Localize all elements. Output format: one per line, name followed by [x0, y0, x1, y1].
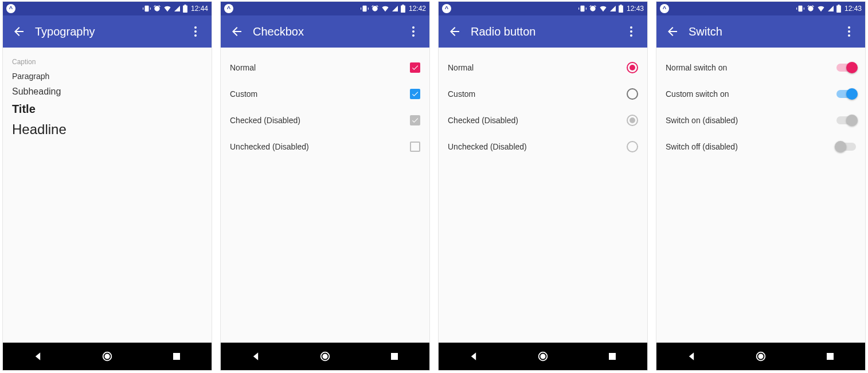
alarm-icon — [589, 5, 597, 13]
checkbox[interactable] — [410, 62, 420, 73]
app-bar-title: Typography — [35, 25, 184, 38]
app-bar-title: Checkbox — [253, 25, 402, 38]
list-item-label: Checked (Disabled) — [448, 116, 518, 125]
system-nav-bar — [3, 343, 212, 370]
list-item-label: Switch on (disabled) — [666, 116, 738, 125]
switch[interactable] — [836, 90, 856, 98]
status-time: 12:42 — [409, 5, 426, 13]
svg-point-13 — [630, 30, 632, 33]
app-logo-icon: ^ — [442, 4, 451, 13]
square-recents-icon — [171, 351, 182, 362]
triangle-back-icon — [250, 351, 261, 362]
app-bar: Switch — [656, 15, 865, 48]
list-item-label: Custom switch on — [666, 89, 729, 99]
typography-paragraph: Paragraph — [12, 72, 202, 81]
check-icon — [411, 64, 419, 72]
svg-rect-5 — [173, 353, 180, 360]
content-area: Normal switch onCustom switch onSwitch o… — [656, 48, 865, 343]
wifi-icon — [163, 5, 171, 13]
switch-thumb — [846, 88, 858, 100]
list-item[interactable]: Normal switch on — [666, 54, 856, 81]
arrow-back-icon — [448, 25, 462, 38]
list-item[interactable]: Custom switch on — [666, 81, 856, 107]
overflow-menu-button[interactable] — [402, 18, 425, 45]
status-time: 12:43 — [627, 5, 644, 13]
alarm-icon — [371, 5, 379, 13]
more-vert-icon — [189, 25, 202, 38]
cell-signal-icon — [827, 5, 834, 12]
svg-rect-17 — [609, 353, 616, 360]
content-area: CaptionParagraphSubheadingTitleHeadline — [3, 48, 212, 343]
nav-home-button[interactable] — [747, 343, 775, 370]
app-bar: Radio button — [439, 15, 647, 48]
phone-frame: ^12:43SwitchNormal switch onCustom switc… — [656, 1, 866, 371]
circle-home-icon — [537, 350, 549, 363]
back-button[interactable] — [659, 18, 686, 45]
back-button[interactable] — [441, 18, 468, 45]
square-recents-icon — [389, 351, 400, 362]
more-vert-icon — [842, 25, 856, 38]
status-bar: ^12:44 — [3, 2, 212, 15]
cell-signal-icon — [174, 5, 181, 12]
app-bar-title: Switch — [689, 25, 838, 38]
list-item[interactable]: Custom — [448, 81, 638, 107]
status-time: 12:43 — [844, 5, 862, 13]
nav-back-button[interactable] — [460, 343, 487, 370]
nav-home-button[interactable] — [311, 343, 339, 370]
switch-thumb — [846, 115, 858, 126]
nav-recents-button[interactable] — [816, 343, 844, 370]
checkbox — [410, 115, 420, 125]
list-item[interactable]: Custom — [230, 81, 420, 107]
alarm-icon — [807, 5, 815, 13]
typography-subhead: Subheading — [12, 87, 202, 97]
svg-rect-23 — [827, 353, 834, 360]
checkbox[interactable] — [410, 89, 420, 99]
radio-button[interactable] — [627, 62, 638, 73]
overflow-menu-button[interactable] — [620, 18, 643, 45]
switch[interactable] — [836, 64, 856, 72]
overflow-menu-button[interactable] — [184, 18, 207, 45]
overflow-menu-button[interactable] — [838, 18, 861, 45]
vibrate-icon — [796, 5, 804, 13]
list-item[interactable]: Normal — [448, 54, 638, 81]
radio-dot-icon — [630, 65, 635, 70]
nav-back-button[interactable] — [24, 343, 52, 370]
arrow-back-icon — [666, 25, 679, 38]
battery-icon — [836, 5, 841, 13]
svg-point-12 — [630, 26, 632, 29]
radio-button[interactable] — [627, 88, 638, 100]
switch — [836, 116, 856, 124]
wifi-icon — [817, 5, 825, 13]
nav-home-button[interactable] — [529, 343, 557, 370]
nav-back-button[interactable] — [242, 343, 269, 370]
alarm-icon — [153, 5, 161, 13]
checkbox — [410, 142, 420, 152]
triangle-back-icon — [32, 351, 44, 362]
app-logo-icon: ^ — [224, 4, 233, 13]
nav-recents-button[interactable] — [381, 343, 408, 370]
square-recents-icon — [825, 351, 835, 362]
wifi-icon — [381, 5, 389, 13]
nav-recents-button[interactable] — [599, 343, 626, 370]
switch-thumb — [846, 62, 858, 73]
nav-recents-button[interactable] — [163, 343, 190, 370]
status-time: 12:44 — [191, 5, 208, 13]
app-logo-icon: ^ — [660, 4, 669, 13]
svg-point-2 — [194, 34, 197, 37]
typography-headline: Headline — [12, 121, 202, 138]
nav-home-button[interactable] — [93, 343, 121, 370]
content-area: NormalCustomChecked (Disabled)Unchecked … — [221, 48, 429, 343]
battery-icon — [183, 5, 187, 13]
check-icon — [411, 116, 419, 124]
list-item[interactable]: Normal — [230, 54, 420, 81]
back-button[interactable] — [223, 18, 251, 45]
list-item-label: Custom — [448, 89, 475, 99]
content-area: NormalCustomChecked (Disabled)Unchecked … — [439, 48, 647, 343]
phone-frame: ^12:44TypographyCaptionParagraphSubheadi… — [2, 1, 212, 371]
back-button[interactable] — [5, 18, 33, 45]
radio-button — [627, 115, 638, 126]
svg-point-18 — [848, 26, 850, 29]
svg-point-7 — [412, 30, 415, 33]
switch — [836, 143, 856, 151]
nav-back-button[interactable] — [678, 343, 705, 370]
